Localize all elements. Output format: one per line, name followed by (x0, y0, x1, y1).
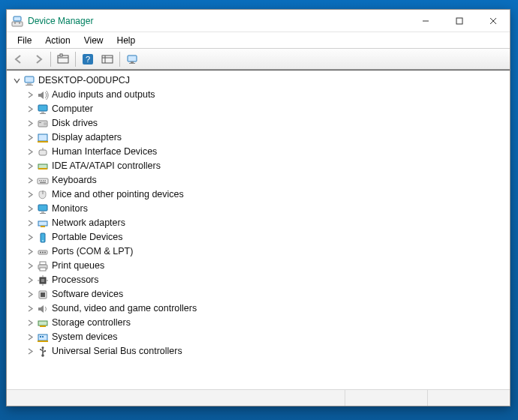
svg-rect-38 (45, 180, 47, 182)
svg-rect-17 (131, 62, 134, 63)
chevron-right-icon[interactable] (25, 104, 35, 115)
statusbar (7, 389, 510, 406)
app-icon (11, 15, 23, 27)
svg-rect-66 (38, 340, 48, 342)
svg-rect-63 (38, 321, 47, 326)
tree-item[interactable]: Print queues (11, 259, 505, 273)
svg-rect-2 (14, 22, 16, 24)
toolbar-help[interactable]: ? (79, 50, 97, 68)
chevron-right-icon[interactable] (25, 190, 35, 200)
chevron-down-icon[interactable] (11, 76, 22, 86)
tree-item[interactable]: Ports (COM & LPT) (11, 244, 505, 259)
portable-icon (37, 232, 49, 244)
svg-point-51 (44, 251, 46, 253)
tree-item[interactable]: Network adapters (11, 216, 505, 230)
toolbar-show-hidden[interactable] (98, 50, 116, 68)
toolbar-properties[interactable] (54, 50, 72, 68)
tree-item[interactable]: Mice and other pointing devices (11, 188, 505, 202)
window-title: Device Manager (28, 16, 408, 26)
chevron-right-icon[interactable] (25, 204, 35, 214)
mouse-icon (37, 189, 49, 201)
usb-icon (37, 346, 49, 358)
svg-rect-41 (38, 205, 47, 211)
chevron-right-icon[interactable] (25, 346, 35, 357)
minimize-button[interactable] (408, 10, 442, 32)
tree-item[interactable]: Display adapters (11, 130, 505, 145)
chevron-right-icon[interactable] (25, 232, 35, 243)
toolbar-forward[interactable] (29, 50, 47, 68)
tree-item-label: Mice and other pointing devices (52, 188, 184, 202)
tree-item[interactable]: Processors (11, 273, 505, 287)
tree-item[interactable]: Human Interface Devices (11, 145, 505, 159)
disk-icon (37, 118, 49, 130)
chevron-right-icon[interactable] (25, 290, 35, 300)
svg-rect-16 (128, 56, 137, 62)
svg-rect-28 (38, 134, 47, 141)
tree-item[interactable]: Universal Serial Bus controllers (11, 344, 505, 358)
tree-item[interactable]: Disk drives (11, 116, 505, 130)
tree-item[interactable]: Portable Devices (11, 230, 505, 244)
svg-rect-45 (41, 226, 45, 227)
tree-item-label: Portable Devices (52, 230, 123, 244)
toolbar-back[interactable] (10, 50, 28, 68)
svg-point-50 (42, 251, 44, 253)
titlebar[interactable]: Device Manager (7, 10, 510, 32)
chevron-right-icon[interactable] (25, 275, 35, 286)
svg-rect-8 (58, 56, 68, 63)
tree-root[interactable]: DESKTOP-O0DUPCJ (11, 74, 505, 88)
chevron-right-icon[interactable] (25, 332, 35, 343)
tree-item[interactable]: Software devices (11, 287, 505, 302)
chevron-right-icon[interactable] (25, 304, 35, 314)
menu-action[interactable]: Action (39, 34, 76, 47)
tree-item-label: Disk drives (52, 116, 98, 130)
svg-point-71 (41, 354, 44, 357)
svg-rect-68 (42, 336, 44, 338)
tree-item-label: Human Interface Devices (52, 145, 157, 159)
svg-point-49 (40, 251, 41, 253)
svg-point-72 (40, 349, 41, 350)
chevron-right-icon[interactable] (25, 133, 35, 143)
tree-item-label: Universal Serial Bus controllers (52, 344, 182, 358)
menu-file[interactable]: File (11, 34, 38, 47)
toolbar-scan[interactable] (123, 50, 141, 68)
tree-item[interactable]: Computer (11, 102, 505, 116)
tree-item[interactable]: Monitors (11, 202, 505, 216)
tree-item[interactable]: IDE ATA/ATAPI controllers (11, 159, 505, 173)
svg-rect-52 (40, 262, 46, 265)
svg-rect-39 (40, 182, 46, 183)
keyboard-icon (37, 175, 49, 187)
tree-item[interactable]: Sound, video and game controllers (11, 302, 505, 316)
chevron-right-icon[interactable] (25, 161, 35, 172)
tree-item-label: Computer (52, 102, 93, 116)
svg-point-47 (42, 240, 44, 242)
device-tree[interactable]: DESKTOP-O0DUPCJ Audio inputs and outputs… (7, 70, 510, 389)
tree-item[interactable]: System devices (11, 330, 505, 344)
close-button[interactable] (476, 10, 510, 32)
display-adapter-icon (37, 132, 49, 144)
status-cell (345, 390, 427, 406)
tree-item[interactable]: Storage controllers (11, 316, 505, 330)
tree-item-label: System devices (52, 330, 118, 344)
svg-rect-43 (40, 213, 46, 214)
tree-item[interactable]: Keyboards (11, 173, 505, 188)
chevron-right-icon[interactable] (25, 118, 35, 129)
tree-item-label: Monitors (52, 202, 88, 216)
chevron-right-icon[interactable] (25, 218, 35, 229)
tree-item[interactable]: Audio inputs and outputs (11, 88, 505, 102)
chevron-right-icon[interactable] (25, 318, 35, 328)
svg-rect-44 (38, 221, 47, 226)
chevron-right-icon[interactable] (25, 176, 35, 186)
svg-rect-5 (456, 18, 462, 24)
toolbar-separator (75, 52, 76, 67)
svg-rect-23 (41, 112, 44, 113)
storage-icon (37, 317, 49, 329)
chevron-right-icon[interactable] (25, 247, 35, 257)
menu-help[interactable]: Help (111, 34, 142, 47)
maximize-button[interactable] (442, 10, 476, 32)
menu-view[interactable]: View (78, 34, 110, 47)
svg-rect-21 (26, 85, 33, 86)
chevron-right-icon[interactable] (25, 147, 35, 158)
svg-rect-19 (25, 76, 34, 82)
chevron-right-icon[interactable] (25, 90, 35, 100)
chevron-right-icon[interactable] (25, 261, 35, 272)
